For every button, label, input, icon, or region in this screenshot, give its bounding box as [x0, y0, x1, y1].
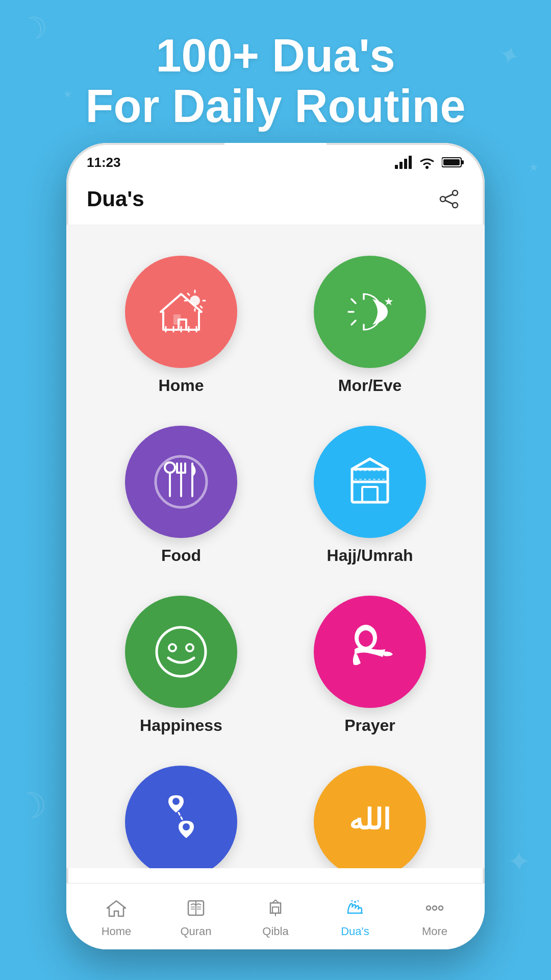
svg-point-4: [425, 166, 429, 169]
svg-rect-7: [443, 159, 460, 165]
nav-more[interactable]: More: [395, 895, 474, 938]
wifi-icon: [418, 156, 436, 169]
bottom-nav: Home Quran: [66, 883, 485, 949]
svg-line-12: [445, 201, 453, 204]
svg-rect-43: [362, 487, 378, 502]
nav-more-icon: [422, 895, 447, 921]
svg-point-74: [427, 906, 431, 910]
nav-home-label: Home: [102, 925, 132, 938]
svg-line-11: [445, 194, 453, 198]
travelling-icon: [151, 791, 212, 852]
svg-line-21: [201, 306, 202, 308]
phone-notch: [224, 143, 327, 163]
nav-quran-icon: [183, 895, 209, 921]
nav-quran[interactable]: Quran: [156, 895, 236, 938]
status-icons: [395, 156, 464, 169]
category-hajj[interactable]: Hajj/Umrah: [281, 415, 459, 575]
hajj-label: Hajj/Umrah: [327, 546, 413, 565]
svg-line-46: [370, 459, 388, 469]
nav-quran-label: Quran: [180, 925, 211, 938]
happiness-label: Happiness: [140, 716, 222, 735]
nav-duas-label: Dua's: [341, 925, 369, 938]
svg-marker-59: [107, 901, 126, 916]
svg-rect-0: [395, 165, 398, 169]
phone-mockup: 11:23 Dua's: [66, 143, 485, 949]
happiness-icon: [151, 621, 212, 682]
svg-point-10: [453, 203, 458, 208]
category-morevening[interactable]: Mor/Eve: [281, 246, 459, 405]
svg-point-72: [352, 900, 353, 901]
kaaba-icon: [339, 451, 400, 512]
nav-home-icon: [104, 895, 129, 921]
svg-point-50: [169, 644, 176, 651]
nav-qibla-icon: [263, 895, 288, 921]
happiness-circle: [125, 596, 237, 708]
nav-more-label: More: [422, 925, 447, 938]
svg-rect-6: [461, 160, 464, 164]
battery-icon: [442, 156, 464, 168]
nav-duas-icon: [342, 895, 368, 921]
share-icon: [439, 189, 459, 209]
hajj-circle: [314, 426, 426, 538]
svg-point-53: [359, 630, 373, 647]
svg-point-76: [439, 906, 443, 910]
app-header: Dua's: [66, 174, 485, 225]
svg-rect-3: [409, 156, 412, 169]
svg-line-29: [352, 299, 356, 303]
share-button[interactable]: [434, 184, 464, 214]
allah-icon: الله: [339, 791, 400, 852]
svg-line-31: [352, 321, 356, 325]
food-circle: [125, 426, 237, 538]
home-icon: [153, 286, 209, 337]
svg-text:الله: الله: [349, 804, 391, 836]
prayer-label: Prayer: [344, 716, 395, 735]
svg-point-35: [165, 462, 175, 473]
page-title: 100+ Dua's For Daily Routine: [41, 31, 510, 132]
app-title: Dua's: [87, 187, 144, 211]
category-home[interactable]: Home: [92, 246, 270, 405]
svg-rect-67: [272, 907, 279, 913]
home-label: Home: [159, 376, 204, 395]
food-icon: [151, 451, 212, 512]
morevening-circle: [314, 256, 426, 368]
page-header: 100+ Dua's For Daily Routine: [0, 0, 551, 147]
home-circle: [125, 256, 237, 368]
svg-point-71: [354, 901, 356, 903]
svg-point-8: [453, 190, 458, 195]
svg-line-20: [188, 293, 189, 295]
morevening-label: Mor/Eve: [338, 376, 402, 395]
status-time: 11:23: [87, 155, 121, 170]
allah-circle: الله: [314, 766, 426, 868]
category-travelling[interactable]: Travelling: [92, 755, 270, 868]
svg-point-73: [358, 900, 359, 901]
svg-point-9: [440, 197, 445, 202]
svg-rect-14: [173, 314, 181, 325]
svg-line-55: [179, 813, 182, 819]
svg-point-15: [190, 296, 200, 306]
category-prayer[interactable]: Prayer: [281, 585, 459, 745]
nav-home[interactable]: Home: [77, 895, 156, 938]
svg-point-51: [186, 644, 193, 651]
signal-icon: [395, 156, 412, 169]
category-allah[interactable]: الله Allah: [281, 755, 459, 868]
travelling-circle: [125, 766, 237, 868]
svg-rect-2: [404, 159, 407, 169]
prayer-icon: [339, 621, 400, 682]
svg-point-57: [183, 823, 190, 830]
category-happiness[interactable]: Happiness: [92, 585, 270, 745]
nav-qibla[interactable]: Qibla: [236, 895, 315, 938]
content-area: Home Mor/Eve: [66, 225, 485, 868]
prayer-circle: [314, 596, 426, 708]
category-food[interactable]: Food: [92, 415, 270, 575]
svg-marker-33: [385, 298, 393, 305]
nav-duas[interactable]: Dua's: [315, 895, 395, 938]
food-label: Food: [161, 546, 201, 565]
svg-point-54: [172, 798, 180, 805]
svg-point-75: [433, 906, 437, 910]
svg-point-49: [157, 627, 206, 676]
nav-qibla-label: Qibla: [262, 925, 288, 938]
svg-rect-1: [399, 162, 403, 169]
svg-line-45: [352, 459, 370, 469]
svg-rect-42: [352, 469, 388, 502]
morevening-icon: [339, 284, 400, 340]
